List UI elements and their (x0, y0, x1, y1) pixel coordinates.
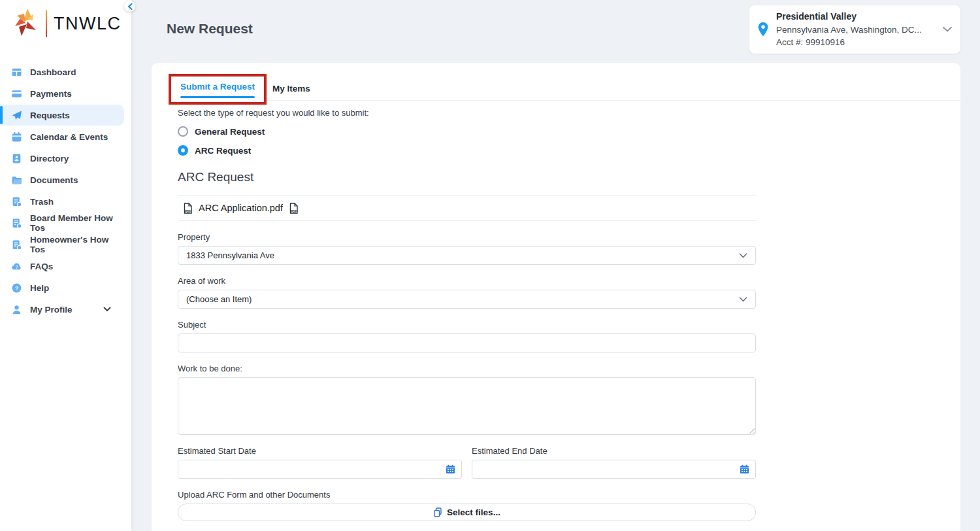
property-selector-text: Presidential Valley Pennsylvania Ave, Wa… (776, 10, 936, 48)
attachment-link[interactable]: ARC Application.pdf (199, 203, 283, 213)
property-select[interactable]: 1833 Pennsylvania Ave (178, 246, 756, 265)
sidebar-item-directory[interactable]: Directory (0, 148, 124, 169)
chevron-down-icon (942, 26, 953, 33)
tab-my-items[interactable]: My Items (272, 84, 310, 94)
sidebar-item-help[interactable]: ? Help (0, 277, 124, 298)
calendar-icon (740, 464, 749, 474)
sidebar-item-label: Payments (30, 89, 72, 99)
estimated-end-date-label: Estimated End Date (472, 446, 756, 456)
sidebar-item-label: Homeowner's How Tos (30, 235, 124, 254)
radio-arc-request[interactable]: ARC Request (178, 145, 756, 156)
estimated-end-date-field: Estimated End Date (472, 435, 756, 479)
sidebar-item-homeowners-how-tos[interactable]: Homeowner's How Tos (0, 234, 124, 255)
contact-card-icon (11, 153, 22, 164)
tabstrip: Submit a Request My Items (152, 63, 960, 105)
sidebar-item-trash[interactable]: Trash (0, 191, 124, 212)
sidebar-item-faqs[interactable]: ? FAQs (0, 256, 124, 277)
document-badge-icon (11, 239, 22, 250)
sidebar-item-label: Board Member How Tos (30, 213, 124, 233)
area-of-work-select[interactable]: (Choose an Item) (178, 290, 756, 309)
sidebar-item-label: Calendar & Events (30, 132, 108, 142)
main-area: New Request Presidential Valley Pennsylv… (131, 0, 980, 531)
work-to-be-done-textarea[interactable] (178, 377, 756, 435)
files-copy-icon (433, 507, 442, 517)
pdf-file-icon: PDF (289, 203, 299, 214)
star-logo-icon (14, 8, 39, 39)
select-files-label: Select files... (447, 507, 500, 517)
sidebar-item-label: Trash (30, 197, 54, 207)
subject-field-label: Subject (178, 320, 756, 330)
property-account-number: Acct #: 99910916 (776, 36, 936, 49)
estimated-start-date-input[interactable] (178, 460, 462, 479)
calendar-picker-button[interactable] (446, 464, 455, 474)
sidebar-item-documents[interactable]: Documents (0, 169, 124, 190)
radio-label: ARC Request (195, 146, 251, 156)
cloud-question-icon: ? (11, 261, 22, 272)
property-name: Presidential Valley (776, 10, 936, 23)
help-circle-icon: ? (11, 283, 22, 294)
sidebar-item-label: Directory (30, 154, 69, 163)
work-to-be-done-wrap (178, 377, 756, 435)
annotation-highlight-box: Submit a Request (169, 74, 267, 105)
chevron-down-icon (739, 253, 747, 258)
svg-text:?: ? (15, 284, 19, 291)
svg-text:PDF: PDF (185, 209, 191, 213)
area-of-work-select-value: (Choose an Item) (186, 294, 739, 304)
tab-submit-a-request[interactable]: Submit a Request (180, 82, 255, 92)
sidebar-item-label: Documents (30, 175, 78, 185)
sidebar-item-label: Requests (30, 111, 70, 120)
radio-general-request[interactable]: General Request (178, 126, 756, 137)
estimated-start-date-field: Estimated Start Date (178, 435, 462, 479)
sidebar-item-my-profile[interactable]: My Profile (0, 299, 124, 320)
property-address: Pennsylvania Ave, Washington, DC... (776, 24, 936, 37)
sidebar-item-requests[interactable]: Requests (0, 105, 124, 126)
sidebar-collapse-button[interactable] (124, 1, 135, 12)
sidebar-item-calendar-events[interactable]: Calendar & Events (0, 126, 124, 147)
document-badge-icon (11, 196, 22, 207)
radio-button-selected[interactable] (178, 145, 188, 156)
svg-text:?: ? (15, 264, 18, 269)
dashboard-grid-icon (11, 67, 22, 78)
section-title: ARC Request (178, 170, 756, 184)
estimated-start-date-text[interactable] (186, 464, 446, 474)
estimated-end-date-input[interactable] (472, 460, 756, 479)
sidebar-nav: Dashboard Payments Requests Calendar & E… (0, 61, 131, 320)
logo-divider (46, 10, 47, 37)
sidebar-item-label: Dashboard (30, 67, 76, 77)
sidebar-item-label: My Profile (30, 305, 73, 315)
radio-button-unselected[interactable] (178, 126, 188, 137)
folder-icon (11, 175, 22, 186)
upload-field-label: Upload ARC Form and other Documents (178, 490, 756, 500)
sidebar-item-label: FAQs (30, 262, 53, 271)
chevron-down-icon (103, 307, 111, 312)
request-type-prompt: Select the type of request you would lik… (178, 108, 756, 118)
property-field-label: Property (178, 232, 756, 242)
active-tab-underline (180, 96, 255, 98)
radio-label: General Request (195, 127, 265, 137)
work-to-be-done-field-label: Work to be done: (178, 364, 756, 373)
sidebar-item-dashboard[interactable]: Dashboard (0, 61, 124, 82)
calendar-icon (11, 131, 22, 143)
sidebar-item-payments[interactable]: Payments (0, 83, 124, 104)
pdf-file-icon: PDF (183, 203, 193, 214)
brand-name: TNWLC (54, 14, 122, 34)
property-selector[interactable]: Presidential Valley Pennsylvania Ave, Wa… (749, 5, 960, 54)
subject-input[interactable] (178, 334, 756, 352)
credit-card-icon (11, 88, 22, 99)
attachment-row: PDF ARC Application.pdf PDF (178, 195, 756, 221)
calendar-picker-button[interactable] (740, 464, 749, 474)
person-icon (11, 304, 22, 315)
brand-logo[interactable]: TNWLC (0, 0, 131, 39)
sidebar-item-board-member-how-tos[interactable]: Board Member How Tos (0, 213, 124, 233)
sidebar-item-label: Help (30, 283, 49, 293)
paper-plane-icon (11, 110, 22, 121)
page-title: New Request (167, 21, 253, 37)
sidebar: TNWLC Dashboard Payments Requests Calend… (0, 0, 131, 531)
property-select-value: 1833 Pennsylvania Ave (186, 250, 739, 260)
estimated-start-date-label: Estimated Start Date (178, 446, 462, 456)
location-pin-icon (756, 21, 770, 38)
area-of-work-field-label: Area of work (178, 276, 756, 286)
estimated-end-date-text[interactable] (480, 464, 740, 474)
document-badge-icon (11, 218, 22, 229)
select-files-button[interactable]: Select files... (178, 504, 756, 521)
